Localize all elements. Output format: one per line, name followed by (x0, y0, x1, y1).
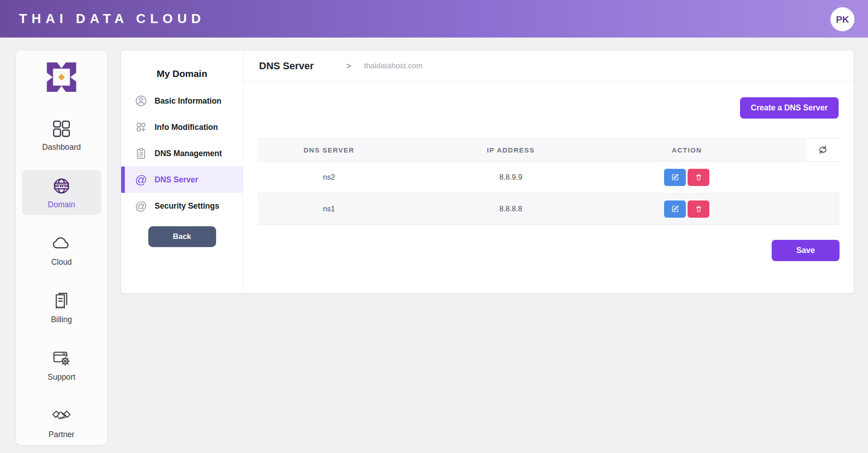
clipboard-list-icon (135, 147, 147, 160)
support-settings-icon (51, 348, 72, 369)
partner-handshake-icon (51, 405, 72, 426)
menu-item-basic-information[interactable]: Basic Information (121, 88, 243, 114)
at-icon: @ (135, 173, 147, 186)
column-header-dns-server: DNS SERVER (258, 138, 400, 162)
domain-menu: My Domain Basic Information (121, 51, 243, 293)
dns-table-wrap: DNS SERVER IP ADDRESS ACTION (258, 138, 840, 225)
cell-empty (752, 193, 840, 225)
menu-item-security-settings[interactable]: @ Security Settings (121, 193, 243, 219)
table-row: ns2 8.8.9.9 (258, 162, 840, 193)
sidebar-item-label: Domain (48, 200, 75, 210)
sidebar-item-label: Dashboard (42, 143, 81, 152)
edit-pencil-icon (670, 204, 680, 214)
delete-button[interactable] (688, 200, 709, 218)
dns-table: DNS SERVER IP ADDRESS ACTION (258, 138, 840, 225)
cell-dns-server: ns1 (258, 193, 400, 225)
billing-receipt-icon (51, 291, 72, 311)
at-icon: @ (135, 200, 147, 212)
sidebar: Dashboard WWW Domain Cloud (16, 51, 107, 445)
sidebar-item-label: Cloud (51, 257, 72, 267)
page-title: DNS Server (259, 60, 314, 72)
breadcrumb: DNS Server > thaidatahost.com (243, 51, 854, 81)
cell-empty (752, 162, 840, 193)
breadcrumb-domain: thaidatahost.com (364, 62, 422, 71)
cloud-icon (51, 233, 72, 254)
sidebar-item-label: Billing (51, 315, 72, 324)
menu-item-dns-server[interactable]: @ DNS Server (121, 167, 243, 193)
create-dns-server-button[interactable]: Create a DNS Server (740, 97, 839, 119)
chevron-right-icon: > (346, 61, 351, 71)
column-header-ip-address: IP ADDRESS (400, 138, 621, 162)
sidebar-item-dashboard[interactable]: Dashboard (22, 113, 101, 157)
dns-server-panel: DNS Server > thaidatahost.com Create a D… (243, 51, 854, 293)
sidebar-item-billing[interactable]: Billing (22, 285, 101, 330)
column-header-action: ACTION (621, 138, 752, 162)
refresh-icon (817, 144, 828, 155)
delete-button[interactable] (688, 169, 709, 186)
user-circle-icon (135, 95, 147, 107)
menu-item-label: Basic Information (155, 96, 222, 106)
cell-ip-address: 8.8.8.8 (400, 193, 621, 225)
sidebar-item-partner[interactable]: Partner (22, 400, 101, 445)
sidebar-item-label: Partner (48, 430, 74, 439)
app-title: THAI DATA CLOUD (19, 11, 205, 26)
refresh-button[interactable] (806, 138, 840, 161)
svg-text:WWW: WWW (55, 184, 68, 188)
brand-logo-icon (41, 61, 82, 94)
menu-item-label: Security Settings (155, 201, 219, 211)
trash-icon (694, 172, 703, 182)
table-row: ns1 8.8.8.8 (258, 193, 840, 225)
cell-action (621, 193, 752, 225)
sidebar-item-domain[interactable]: WWW Domain (22, 170, 101, 215)
sidebar-item-cloud[interactable]: Cloud (22, 228, 101, 272)
user-avatar[interactable]: PK (830, 7, 854, 31)
menu-item-info-modification[interactable]: Info Modification (121, 114, 243, 140)
main-card: My Domain Basic Information (121, 51, 854, 293)
sidebar-item-support[interactable]: Support (22, 343, 101, 387)
edit-pencil-icon (670, 172, 680, 182)
column-header-refresh (752, 138, 840, 162)
menu-item-dns-management[interactable]: DNS Management (121, 140, 243, 167)
sidebar-item-label: Support (47, 372, 75, 382)
widgets-add-icon (135, 121, 147, 134)
menu-item-label: DNS Management (155, 149, 222, 158)
table-header-row: DNS SERVER IP ADDRESS ACTION (258, 138, 840, 162)
back-button[interactable]: Back (148, 226, 216, 247)
cell-action (621, 162, 752, 193)
domain-globe-icon: WWW (51, 176, 72, 196)
page: THAI DATA CLOUD PK Dashboard (0, 0, 868, 453)
dns-server-content: Create a DNS Server DNS SERVER IP ADDRES… (243, 81, 854, 293)
cell-ip-address: 8.8.9.9 (400, 162, 621, 193)
domain-menu-title: My Domain (121, 67, 243, 81)
save-button[interactable]: Save (772, 240, 840, 261)
cell-dns-server: ns2 (258, 162, 400, 193)
trash-icon (694, 204, 703, 214)
menu-item-label: Info Modification (155, 123, 218, 132)
app-header: THAI DATA CLOUD PK (0, 0, 868, 38)
dashboard-icon (51, 118, 72, 139)
edit-button[interactable] (664, 169, 686, 186)
edit-button[interactable] (664, 200, 686, 218)
sidebar-nav: Dashboard WWW Domain Cloud (16, 113, 107, 445)
menu-item-label: DNS Server (155, 175, 198, 185)
